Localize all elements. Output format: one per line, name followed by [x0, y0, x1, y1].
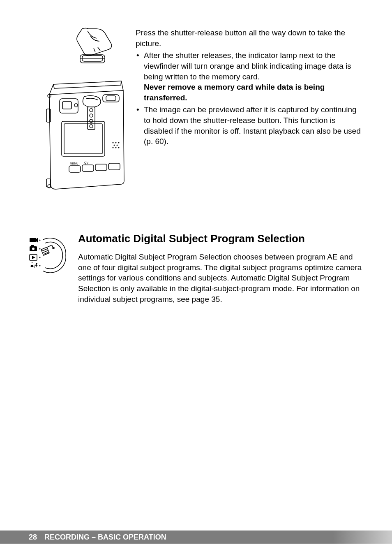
section-content: Automatic Digital Subject Program Select… [78, 232, 363, 304]
instruction-text: Press the shutter-release button all the… [136, 27, 363, 191]
svg-text:/: / [34, 264, 35, 269]
mode-dial-icon: / [29, 232, 68, 274]
svg-point-17 [113, 142, 114, 144]
bullet-text: After the shutter releases, the indicato… [144, 51, 351, 81]
bullet-text: The image can be previewed after it is c… [144, 105, 361, 146]
footer-section-label: RECORDING – BASIC OPERATION [44, 533, 166, 542]
svg-rect-32 [46, 179, 51, 187]
svg-point-14 [90, 125, 93, 128]
svg-rect-9 [106, 96, 116, 101]
svg-point-19 [118, 142, 120, 144]
svg-line-36 [43, 250, 48, 253]
svg-point-22 [113, 147, 114, 148]
camera-illustration: MENU QV [29, 27, 125, 191]
svg-point-24 [118, 147, 120, 148]
svg-line-0 [94, 48, 95, 52]
svg-point-50 [39, 265, 41, 266]
intro-paragraph: Press the shutter-release button all the… [136, 28, 363, 49]
svg-point-21 [117, 145, 118, 146]
svg-rect-15 [62, 121, 105, 156]
svg-rect-25 [69, 166, 81, 172]
page-footer: 28 RECORDING – BASIC OPERATION [0, 531, 392, 544]
bullet-warning: Never remove a memory card while data is… [144, 83, 325, 102]
svg-rect-6 [62, 102, 71, 109]
page-number: 28 [29, 533, 37, 542]
svg-point-12 [90, 114, 93, 117]
camera-drawing-icon: MENU QV [29, 27, 125, 191]
svg-rect-27 [95, 164, 107, 171]
svg-point-7 [74, 104, 78, 107]
svg-text:MENU: MENU [70, 162, 78, 165]
svg-line-38 [47, 245, 52, 247]
svg-rect-41 [30, 238, 36, 242]
svg-point-23 [115, 147, 117, 148]
mode-dial-svg: / [29, 235, 68, 274]
svg-rect-28 [108, 163, 120, 170]
svg-rect-3 [82, 56, 103, 61]
section-title: Automatic Digital Subject Program Select… [78, 232, 363, 245]
top-instruction-section: MENU QV Press the shutter-release button… [29, 27, 363, 191]
svg-point-11 [90, 109, 93, 112]
svg-point-42 [39, 240, 41, 241]
section-block: / Automatic Digital Subject Program Sele… [29, 232, 363, 304]
svg-text:QV: QV [84, 161, 88, 164]
svg-point-13 [90, 119, 93, 123]
bullet-item: After the shutter releases, the indicato… [136, 50, 363, 103]
svg-point-20 [114, 145, 115, 146]
svg-rect-10 [88, 107, 95, 130]
section-body: Automatic Digital Subject Program Select… [78, 252, 363, 304]
svg-line-1 [98, 47, 100, 51]
svg-point-18 [115, 142, 117, 144]
svg-point-48 [39, 257, 41, 258]
svg-rect-16 [64, 124, 102, 154]
svg-point-46 [39, 248, 41, 250]
bullet-item: The image can be previewed after it is c… [136, 104, 363, 147]
svg-point-44 [32, 248, 35, 250]
svg-rect-26 [82, 165, 94, 171]
svg-rect-45 [31, 245, 34, 247]
